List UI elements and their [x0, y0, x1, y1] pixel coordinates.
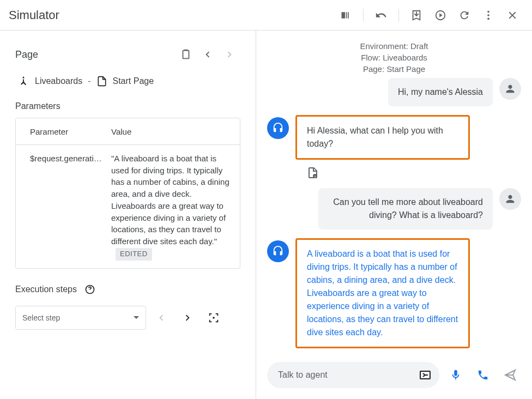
- param-value-text: "A liveaboard is a boat that is used for…: [111, 154, 229, 246]
- mic-button[interactable]: [445, 364, 467, 386]
- agent-avatar: [267, 240, 289, 262]
- step-next-button[interactable]: [177, 307, 198, 329]
- save-icon: [410, 9, 422, 21]
- message-row-agent: Hi Alessia, what can I help you with tod…: [267, 115, 521, 160]
- app-title: Simulator: [9, 8, 59, 22]
- select-step-dropdown[interactable]: Select step: [15, 306, 146, 330]
- param-value-cell: "A liveaboard is a boat that is used for…: [111, 145, 240, 268]
- chat-input-bar: Talk to agent: [256, 355, 532, 399]
- user-message-bubble: Can you tell me more about liveaboard di…: [318, 188, 493, 229]
- agent-message-bubble: A liveaboard is a boat that is used for …: [295, 238, 470, 348]
- svg-point-1: [487, 10, 489, 13]
- breadcrumb-flow: Liveaboards: [35, 76, 82, 86]
- svg-point-6: [213, 317, 215, 319]
- document-info-icon: i: [306, 166, 319, 179]
- parameters-table: Parameter Value $request.generative.res …: [15, 118, 240, 269]
- overflow-menu-button[interactable]: [477, 4, 499, 26]
- submit-input-button[interactable]: [415, 365, 435, 385]
- save-button[interactable]: [406, 4, 427, 26]
- mic-icon: [450, 369, 462, 381]
- focus-icon: [208, 312, 220, 324]
- svg-point-3: [487, 17, 489, 20]
- help-icon: [84, 284, 95, 295]
- top-actions: [335, 4, 523, 26]
- select-step-placeholder: Select step: [22, 313, 60, 322]
- close-icon: [506, 9, 518, 21]
- refresh-icon: [458, 9, 470, 21]
- message-row-agent: A liveaboard is a boat that is used for …: [267, 238, 521, 348]
- user-message-bubble: Hi, my name's Alessia: [388, 78, 493, 106]
- page-section-title: Page: [15, 49, 38, 61]
- focus-button[interactable]: [203, 307, 225, 329]
- more-vert-icon: [482, 9, 494, 21]
- play-button[interactable]: [430, 4, 451, 26]
- parameters-title: Parameters: [15, 101, 240, 111]
- panel-toggle-button[interactable]: [335, 4, 356, 26]
- refresh-button[interactable]: [454, 4, 475, 26]
- table-row[interactable]: $request.generative.res "A liveaboard is…: [16, 145, 240, 268]
- top-bar: Simulator: [0, 0, 532, 31]
- environment-info: Environment: Draft Flow: Liveaboards Pag…: [256, 31, 532, 78]
- clipboard-button[interactable]: [175, 44, 197, 65]
- execution-steps-title: Execution steps: [15, 285, 77, 294]
- page-icon: [96, 76, 107, 87]
- headset-icon: [272, 122, 284, 134]
- chevron-right-icon: [182, 312, 194, 324]
- chat-input-placeholder: Talk to agent: [278, 370, 415, 380]
- env-line-1: Environment: Draft: [267, 40, 521, 52]
- phone-icon: [477, 369, 489, 381]
- document-attachment[interactable]: i: [267, 166, 521, 179]
- step-prev-button[interactable]: [150, 307, 172, 329]
- agent-avatar: [267, 117, 289, 139]
- svg-rect-4: [183, 51, 189, 59]
- right-panel: Environment: Draft Flow: Liveaboards Pag…: [256, 31, 532, 399]
- col-header-parameter: Parameter: [16, 118, 111, 144]
- param-name-cell: $request.generative.res: [16, 145, 111, 268]
- chat-input[interactable]: Talk to agent: [267, 362, 439, 388]
- headset-icon: [272, 245, 284, 257]
- help-button[interactable]: [82, 282, 98, 297]
- breadcrumb: Liveaboards - Start Page: [15, 75, 240, 87]
- env-line-3: Page: Start Page: [267, 63, 521, 75]
- person-icon: [504, 193, 516, 205]
- divider: [398, 9, 399, 22]
- send-button[interactable]: [499, 364, 521, 386]
- person-icon: [504, 83, 516, 95]
- enter-icon: [419, 368, 432, 382]
- divider: [363, 9, 364, 22]
- clipboard-icon: [180, 49, 192, 61]
- page-prev-button[interactable]: [197, 44, 219, 65]
- user-avatar: [499, 78, 521, 100]
- col-header-value: Value: [111, 118, 240, 144]
- flow-icon: [17, 75, 29, 87]
- undo-button[interactable]: [370, 4, 392, 26]
- panel-toggle-icon: [340, 10, 351, 21]
- svg-point-2: [487, 14, 489, 16]
- edited-badge: EDITED: [116, 248, 152, 261]
- chevron-left-icon: [202, 49, 214, 61]
- env-line-2: Flow: Liveaboards: [267, 52, 521, 63]
- left-panel: Page Liveaboards - S: [0, 31, 256, 399]
- message-row-user: Can you tell me more about liveaboard di…: [267, 188, 521, 229]
- conversation: Hi, my name's Alessia Hi Alessia, what c…: [256, 78, 532, 355]
- breadcrumb-page: Start Page: [113, 76, 154, 86]
- chevron-right-icon: [223, 49, 235, 61]
- undo-icon: [375, 9, 387, 21]
- table-header-row: Parameter Value: [16, 118, 240, 145]
- chevron-down-icon: [134, 316, 139, 319]
- phone-button[interactable]: [472, 364, 494, 386]
- page-next-button[interactable]: [219, 44, 240, 65]
- play-icon: [434, 9, 446, 21]
- send-icon: [504, 368, 517, 382]
- message-row-user: Hi, my name's Alessia: [267, 78, 521, 106]
- close-button[interactable]: [501, 4, 523, 26]
- chevron-left-icon: [155, 312, 167, 324]
- breadcrumb-separator: -: [88, 76, 90, 86]
- user-avatar: [499, 188, 521, 210]
- agent-message-bubble: Hi Alessia, what can I help you with tod…: [295, 115, 470, 160]
